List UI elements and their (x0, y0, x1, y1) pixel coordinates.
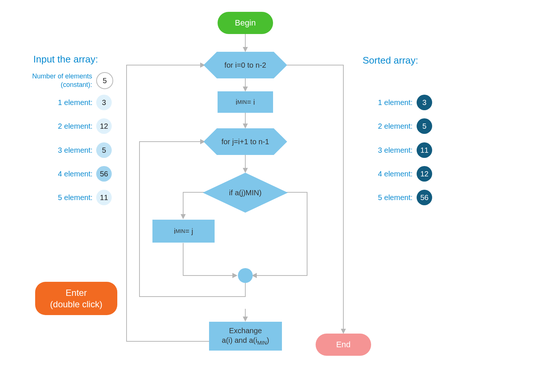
sorted-item-4-value: 12 (417, 166, 432, 182)
enter-button[interactable]: Enter (double click) (35, 282, 117, 315)
input-item-5-label: 5 element: (26, 193, 92, 202)
num-elements-label: Number of elements (constant): (16, 72, 92, 89)
sorted-heading: Sorted array: (363, 55, 418, 66)
input-item-1-value[interactable]: 3 (96, 95, 112, 110)
num-elements-l2: (constant): (61, 81, 92, 88)
sorted-item-1-label: 1 element: (355, 98, 413, 107)
enter-l2: (double click) (50, 299, 102, 309)
input-item-2-label: 2 element: (26, 122, 92, 131)
num-elements-l1: Number of elements (32, 72, 92, 80)
flow-exchange-l2: a(i) and a(iMIN) (222, 336, 269, 344)
sorted-item-5-value: 56 (417, 190, 432, 205)
flow-begin: Begin (218, 12, 273, 34)
input-item-4-label: 4 element: (26, 170, 92, 178)
flow-loop-j: for j=i+1 to n-1 (204, 128, 287, 155)
num-elements-value[interactable]: 5 (96, 72, 113, 89)
flow-exchange-l1: Exchange (229, 327, 262, 335)
sorted-item-2-value: 5 (417, 118, 432, 134)
input-item-2-value[interactable]: 12 (96, 118, 112, 134)
input-item-5-value[interactable]: 11 (96, 190, 112, 205)
input-heading: Input the array: (33, 54, 98, 65)
enter-l1: Enter (65, 288, 87, 298)
flow-junction (238, 268, 253, 283)
sorted-item-3-label: 3 element: (355, 146, 413, 155)
flow-loop-i: for i=0 to n-2 (204, 52, 287, 78)
input-item-4-value[interactable]: 56 (96, 166, 112, 182)
input-item-3-label: 3 element: (26, 146, 92, 155)
sorted-item-3-value: 11 (417, 142, 432, 158)
flow-exchange: Exchange a(i) and a(iMIN) (209, 322, 282, 351)
flow-assign-imin-j: iMIN = j (152, 220, 215, 243)
input-item-3-value[interactable]: 5 (96, 142, 112, 158)
sorted-item-5-label: 5 element: (355, 193, 413, 202)
sorted-item-1-value: 3 (417, 95, 432, 110)
input-item-1-label: 1 element: (26, 98, 92, 107)
flow-end: End (316, 334, 371, 356)
sorted-item-4-label: 4 element: (355, 170, 413, 178)
flow-condition: if a(j)MIN) (203, 173, 288, 213)
flow-assign-imin-i: iMIN = i (218, 91, 273, 113)
sorted-item-2-label: 2 element: (355, 122, 413, 131)
